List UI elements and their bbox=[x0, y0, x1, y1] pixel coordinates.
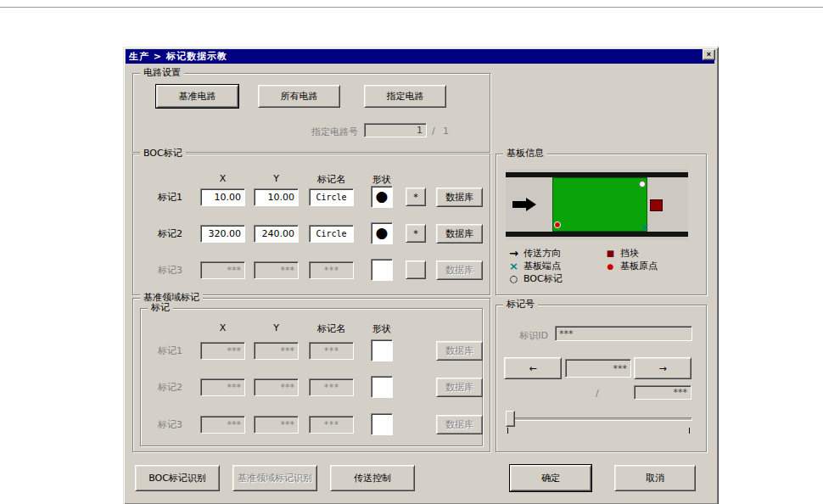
boc-row3-y-field: *** bbox=[254, 261, 299, 279]
boc-header-shape: 形状 bbox=[362, 173, 401, 186]
boc-row3-star-button bbox=[406, 260, 426, 279]
circuit-number-slash: / bbox=[432, 126, 435, 137]
mark-number-group-title: 标记号 bbox=[503, 299, 538, 311]
board-origin-dot bbox=[554, 221, 561, 228]
boc-row1-y-field[interactable]: 10.00 bbox=[254, 188, 299, 206]
boc-row2-x-field[interactable]: 320.00 bbox=[200, 225, 245, 243]
all-circuits-button[interactable]: 所有电路 bbox=[258, 85, 340, 108]
ref-row2-shape-empty bbox=[371, 376, 393, 398]
ref-row1-shape-empty bbox=[371, 339, 393, 361]
board-endpoint-icon: × bbox=[507, 260, 520, 272]
ref-row3-name-field: *** bbox=[309, 416, 354, 434]
ref-header-y: Y bbox=[254, 322, 299, 333]
circuit-number-total: 1 bbox=[443, 126, 449, 137]
ref-marks-inner-group-title: 标记 bbox=[148, 302, 173, 314]
ref-row2-y-field: *** bbox=[254, 378, 299, 396]
boc-row2-label: 标记2 bbox=[158, 227, 182, 240]
ref-row1-y-field: *** bbox=[254, 342, 299, 360]
boc-header-x: X bbox=[200, 173, 245, 184]
ref-row1-database-button: 数据库 bbox=[436, 341, 483, 361]
cancel-button[interactable]: 取消 bbox=[614, 465, 696, 491]
ref-row1-label: 标记1 bbox=[158, 344, 182, 357]
specified-circuit-number-label: 指定电路号 bbox=[265, 126, 358, 138]
transport-arrow-head bbox=[526, 198, 536, 211]
board-origin-icon: ● bbox=[604, 262, 617, 271]
mark-count-slash: / bbox=[596, 388, 599, 399]
boc-mark-dot bbox=[639, 181, 646, 188]
boc-mark-icon: ○ bbox=[507, 273, 520, 284]
slider-tick-right bbox=[689, 428, 690, 434]
legend-transport-direction: → 传送方向 bbox=[507, 248, 561, 259]
mark-slider-thumb[interactable] bbox=[506, 411, 515, 427]
boc-header-name: 标记名 bbox=[309, 173, 354, 186]
ref-row2-x-field: *** bbox=[200, 378, 245, 396]
legend-boc-mark: ○ BOC标记 bbox=[507, 273, 563, 284]
ref-area-mark-recognize-button: 基准领域标记识别 bbox=[232, 465, 317, 491]
boc-row2-shape-circle: ● bbox=[371, 222, 393, 244]
board-graphic: × bbox=[506, 169, 688, 240]
ref-header-name: 标记名 bbox=[309, 322, 354, 335]
prev-mark-button[interactable]: ← bbox=[504, 357, 562, 379]
boc-row1-label: 标记1 bbox=[158, 191, 182, 204]
circuit-settings-group-title: 电路设置 bbox=[140, 67, 184, 79]
ref-row3-database-button: 数据库 bbox=[436, 415, 483, 434]
current-mark-field: *** bbox=[565, 359, 631, 378]
close-button[interactable]: × bbox=[703, 49, 715, 60]
boc-row3-database-button: 数据库 bbox=[436, 260, 483, 280]
boc-mark-recognize-button[interactable]: BOC标记识别 bbox=[135, 465, 220, 491]
ref-row3-y-field: *** bbox=[254, 416, 299, 434]
dialog-title-bar[interactable]: 生产 > 标记数据示教 bbox=[126, 49, 714, 64]
ref-header-shape: 形状 bbox=[362, 322, 401, 335]
transport-control-button[interactable]: 传送控制 bbox=[330, 465, 415, 491]
top-divider bbox=[0, 7, 823, 8]
mark-id-label: 标识ID bbox=[510, 329, 548, 342]
legend-stopper: ■ 挡块 bbox=[604, 248, 639, 259]
mark-id-field: *** bbox=[555, 326, 692, 341]
stopper-icon: ■ bbox=[604, 249, 617, 258]
boc-row2-name-field[interactable]: Circle bbox=[309, 225, 354, 243]
specified-circuit-number-field: 1 bbox=[364, 123, 427, 137]
ref-row2-database-button: 数据库 bbox=[436, 378, 483, 397]
slider-tick-left bbox=[507, 428, 508, 434]
specified-circuit-button[interactable]: 指定电路 bbox=[364, 85, 446, 108]
ok-button[interactable]: 确定 bbox=[510, 465, 591, 491]
ref-row1-x-field: *** bbox=[200, 342, 245, 360]
boc-row1-shape-circle: ● bbox=[371, 186, 393, 208]
base-circuit-button[interactable]: 基准电路 bbox=[156, 85, 238, 108]
ref-row3-shape-empty bbox=[371, 413, 393, 435]
transport-direction-icon: → bbox=[507, 247, 520, 260]
dialog-mark-data-teaching: 生产 > 标记数据示教 × 电路设置 基准电路 所有电路 指定电路 指定电路号 … bbox=[123, 47, 719, 504]
boc-row2-star-button[interactable]: * bbox=[406, 224, 426, 243]
boc-row3-name-field: *** bbox=[309, 261, 354, 279]
board-rect bbox=[552, 177, 647, 232]
mark-slider-track[interactable] bbox=[506, 417, 692, 421]
boc-row1-name-field[interactable]: Circle bbox=[309, 188, 354, 206]
ref-row1-name-field: *** bbox=[309, 342, 354, 360]
boc-header-y: Y bbox=[254, 173, 299, 184]
dialog-title: 生产 > 标记数据示教 bbox=[129, 50, 227, 63]
ref-row3-x-field: *** bbox=[200, 416, 245, 434]
legend-board-origin: ● 基板原点 bbox=[604, 260, 658, 272]
boc-row3-shape-empty bbox=[371, 259, 393, 281]
boc-row2-y-field[interactable]: 240.00 bbox=[254, 225, 299, 243]
boc-row1-database-button[interactable]: 数据库 bbox=[436, 188, 483, 207]
ref-header-x: X bbox=[200, 322, 245, 333]
board-endpoint-x-icon: × bbox=[641, 223, 649, 232]
transport-arrow-icon bbox=[512, 201, 526, 208]
ref-row2-name-field: *** bbox=[309, 378, 354, 396]
boc-marks-group-title: BOC标记 bbox=[140, 148, 186, 160]
legend-board-origin-label: 基板原点 bbox=[620, 260, 658, 272]
board-info-group-title: 基板信息 bbox=[503, 148, 547, 160]
arrow-right-icon: → bbox=[658, 363, 666, 374]
arrow-left-icon: ← bbox=[529, 363, 536, 374]
boc-row3-x-field: *** bbox=[200, 261, 245, 279]
boc-row2-database-button[interactable]: 数据库 bbox=[436, 224, 483, 244]
boc-row1-x-field[interactable]: 10.00 bbox=[200, 188, 245, 206]
boc-row3-label: 标记3 bbox=[158, 264, 182, 277]
legend-transport-direction-label: 传送方向 bbox=[523, 247, 561, 260]
boc-row1-star-button[interactable]: * bbox=[406, 188, 426, 206]
legend-stopper-label: 挡块 bbox=[620, 247, 639, 260]
ref-row3-label: 标记3 bbox=[158, 418, 182, 431]
conveyor-rail-bottom bbox=[506, 232, 688, 237]
next-mark-button[interactable]: → bbox=[634, 357, 691, 379]
